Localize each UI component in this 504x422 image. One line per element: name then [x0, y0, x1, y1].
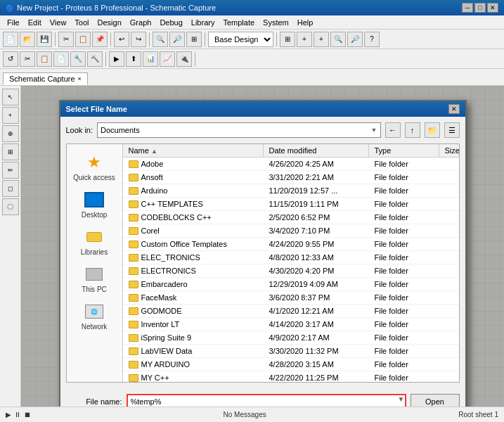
new-btn[interactable]: 📄: [3, 32, 18, 47]
file-row[interactable]: Adobe 4/26/2020 4:25 AM File folder: [123, 158, 459, 171]
back-button[interactable]: ←: [385, 122, 401, 138]
undo-btn[interactable]: ↩: [114, 32, 129, 47]
menu-template[interactable]: Template: [219, 17, 259, 28]
file-name-cell: Embarcadero: [123, 279, 264, 290]
file-name-cell: MY ARDUINO: [123, 359, 264, 370]
file-row[interactable]: Ansoft 3/31/2020 2:21 AM File folder: [123, 171, 459, 184]
file-row[interactable]: LabVIEW Data 3/30/2020 11:32 PM File fol…: [123, 345, 459, 358]
redo-btn[interactable]: ↪: [131, 32, 146, 47]
help2-btn[interactable]: ?: [364, 32, 380, 47]
file-row[interactable]: MY C++ 4/22/2020 11:25 PM File folder: [123, 371, 459, 382]
col-header-date[interactable]: Date modified: [264, 144, 369, 157]
design-dropdown[interactable]: Base Design: [208, 32, 273, 47]
tb2-btn1[interactable]: ↺: [3, 51, 18, 67]
add-btn[interactable]: +: [314, 32, 329, 47]
menu-tool[interactable]: Tool: [70, 17, 93, 28]
side-btn5[interactable]: ✏: [2, 162, 19, 179]
filename-dropdown-arrow: ▼: [398, 395, 405, 403]
menu-edit[interactable]: Edit: [24, 17, 46, 28]
file-name-cell: Inventor LT: [123, 319, 264, 330]
file-row[interactable]: FaceMask 3/6/2020 8:37 PM File folder: [123, 291, 459, 305]
save-btn[interactable]: 💾: [37, 32, 52, 47]
file-name: Adobe: [141, 160, 164, 168]
zoomout-btn[interactable]: 🔎: [169, 32, 185, 47]
file-row[interactable]: GODMODE 4/1/2020 12:21 AM File folder: [123, 305, 459, 318]
grid-btn[interactable]: ⊞: [280, 32, 295, 47]
file-row[interactable]: CODEBLOCKS C++ 2/5/2020 6:52 PM File fol…: [123, 211, 459, 224]
file-row[interactable]: ELEC_TRONICS 4/8/2020 12:33 AM File fold…: [123, 251, 459, 264]
tab-schematic[interactable]: Schematic Capture ×: [3, 72, 88, 85]
col-header-name[interactable]: Name ▲: [123, 144, 264, 157]
tb2-btn7[interactable]: ▶: [109, 51, 124, 67]
maximize-button[interactable]: □: [474, 3, 486, 13]
file-row[interactable]: C++ TEMPLATES 11/15/2019 1:11 PM File fo…: [123, 198, 459, 211]
tb2-btn3[interactable]: 📋: [37, 51, 52, 67]
quick-libraries-item[interactable]: Libraries: [69, 224, 119, 259]
tb2-btn2[interactable]: ✂: [20, 51, 35, 67]
file-row[interactable]: ELECTRONICS 4/30/2020 4:20 PM File folde…: [123, 264, 459, 278]
side-btn1[interactable]: ↖: [2, 89, 19, 106]
tb2-btn11[interactable]: 🔌: [176, 51, 192, 67]
file-row[interactable]: Inventor LT 4/14/2020 3:17 AM File folde…: [123, 318, 459, 331]
quick-access-item[interactable]: ★ Quick access: [69, 150, 119, 184]
copy-btn[interactable]: 📋: [75, 32, 91, 47]
zoom-btn[interactable]: 🔍: [153, 32, 168, 47]
file-row[interactable]: Corel 3/4/2020 7:10 PM File folder: [123, 224, 459, 238]
menu-graph[interactable]: Graph: [126, 17, 156, 28]
fit-btn[interactable]: ⊞: [186, 32, 202, 47]
quick-pc-item[interactable]: This PC: [69, 262, 119, 296]
zoomout2-btn[interactable]: 🔎: [347, 32, 363, 47]
new-folder-button[interactable]: 📁: [425, 122, 440, 138]
side-btn3[interactable]: ⊕: [2, 125, 19, 142]
stop-btn[interactable]: ⏹: [24, 411, 31, 418]
file-date: 11/15/2019 1:11 PM: [264, 198, 369, 210]
quick-network-item[interactable]: 🌐 Network: [69, 299, 119, 333]
close-button[interactable]: ✕: [487, 3, 498, 13]
filename-input[interactable]: [127, 394, 406, 407]
zoomin2-btn[interactable]: 🔍: [330, 32, 346, 47]
menu-library[interactable]: Library: [187, 17, 219, 28]
file-row[interactable]: Embarcadero 12/29/2019 4:09 AM File fold…: [123, 278, 459, 291]
look-in-dropdown[interactable]: Documents ▼: [97, 122, 380, 138]
tb2-btn10[interactable]: 📈: [160, 51, 175, 67]
up-button[interactable]: ↑: [405, 122, 420, 138]
file-name: C++ TEMPLATES: [141, 200, 203, 208]
file-size: [439, 256, 459, 259]
paste-btn[interactable]: 📌: [92, 32, 108, 47]
tb2-btn5[interactable]: 🔧: [70, 51, 86, 67]
step-btn[interactable]: ⏸: [14, 411, 21, 418]
file-row[interactable]: Custom Office Templates 4/24/2020 9:55 P…: [123, 238, 459, 251]
col-header-type[interactable]: Type: [369, 144, 439, 157]
side-btn2[interactable]: +: [2, 107, 19, 124]
file-row[interactable]: Arduino 11/20/2019 12:57 ... File folder: [123, 184, 459, 198]
tb2-btn4[interactable]: 📄: [53, 51, 69, 67]
open-btn[interactable]: 📂: [20, 32, 35, 47]
menu-design[interactable]: Design: [93, 17, 126, 28]
menu-system[interactable]: System: [259, 17, 293, 28]
cut-btn[interactable]: ✂: [58, 32, 74, 47]
minimize-button[interactable]: ─: [462, 3, 473, 13]
quick-desktop-item[interactable]: Desktop: [69, 187, 119, 222]
menu-view[interactable]: View: [46, 17, 71, 28]
folder-icon: [129, 321, 138, 328]
menu-help[interactable]: Help: [293, 17, 318, 28]
view-button[interactable]: ☰: [444, 122, 460, 138]
tb2-btn6[interactable]: 🔨: [87, 51, 103, 67]
side-btn6[interactable]: ◻: [2, 180, 19, 197]
tb2-btn8[interactable]: ⬆: [126, 51, 141, 67]
tb2-btn9[interactable]: 📊: [143, 51, 158, 67]
open-button[interactable]: Open: [411, 394, 460, 407]
side-btn7[interactable]: 〇: [2, 198, 19, 215]
tab-close-btn[interactable]: ×: [78, 75, 82, 82]
plus-btn[interactable]: +: [297, 32, 312, 47]
menu-file[interactable]: File: [3, 17, 24, 28]
dialog-close-button[interactable]: ✕: [448, 104, 460, 114]
menu-debug[interactable]: Debug: [155, 17, 186, 28]
file-row[interactable]: iSpring Suite 9 4/9/2020 2:17 AM File fo…: [123, 331, 459, 345]
col-header-size[interactable]: Size: [439, 144, 459, 157]
file-row[interactable]: MY ARDUINO 4/28/2020 3:15 AM File folder: [123, 358, 459, 371]
file-date: 4/9/2020 2:17 AM: [264, 332, 369, 343]
file-rows-container: Adobe 4/26/2020 4:25 AM File folder Anso…: [123, 158, 459, 382]
side-btn4[interactable]: ⊞: [2, 143, 19, 160]
play-btn[interactable]: ▶: [6, 411, 11, 418]
